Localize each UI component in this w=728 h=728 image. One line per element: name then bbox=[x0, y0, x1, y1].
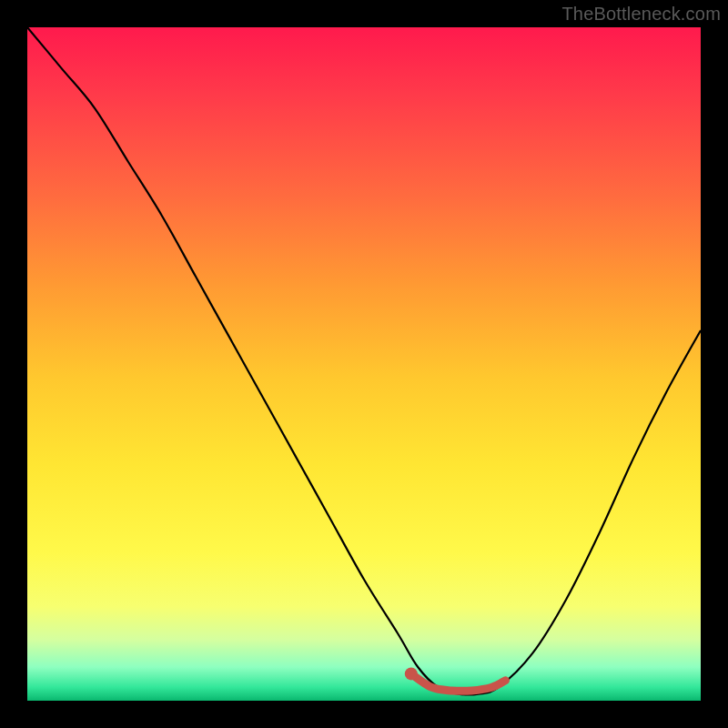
chart-frame: TheBottleneck.com bbox=[0, 0, 728, 728]
bottleneck-curve-path bbox=[27, 27, 701, 695]
chart-overlay bbox=[27, 27, 701, 701]
watermark-text: TheBottleneck.com bbox=[561, 4, 721, 25]
optimal-point-marker bbox=[405, 667, 418, 680]
plot-area bbox=[27, 27, 701, 701]
